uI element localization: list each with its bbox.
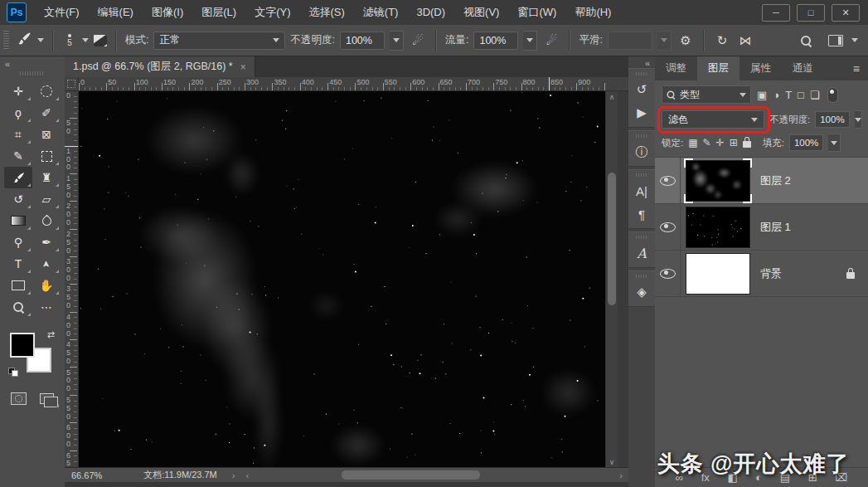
ruler-origin[interactable] bbox=[65, 77, 79, 91]
document-tab[interactable]: 1.psd @ 66.7% (图层 2, RGB/16) * × bbox=[65, 56, 255, 77]
search-icon[interactable] bbox=[800, 35, 812, 46]
eye-icon[interactable] bbox=[660, 269, 676, 279]
brush-size-picker[interactable]: 5 bbox=[62, 34, 77, 47]
airbrush-toggle-icon[interactable]: ☄ bbox=[542, 33, 560, 48]
tool-preset-brush-icon[interactable] bbox=[16, 31, 32, 50]
foreground-color-swatch[interactable] bbox=[10, 333, 35, 358]
tab-layers[interactable]: 图层 bbox=[697, 56, 739, 80]
healing-brush-tool[interactable] bbox=[32, 145, 61, 167]
menu-3d[interactable]: 3D(D) bbox=[407, 0, 454, 25]
layer-thumbnail[interactable] bbox=[686, 160, 750, 202]
hand-tool[interactable]: ✋ bbox=[32, 275, 61, 296]
eye-icon[interactable] bbox=[660, 222, 676, 232]
default-colors-icon[interactable] bbox=[8, 368, 18, 376]
blur-tool[interactable] bbox=[32, 210, 61, 231]
vertical-scroll-thumb[interactable] bbox=[608, 173, 616, 305]
layer-name[interactable]: 图层 1 bbox=[760, 220, 791, 235]
horizontal-scroll-thumb[interactable] bbox=[342, 470, 480, 480]
dodge-tool[interactable]: ⚲ bbox=[4, 231, 32, 253]
tab-channels[interactable]: 通道 bbox=[782, 56, 824, 80]
eye-icon[interactable] bbox=[660, 176, 676, 186]
minimize-button[interactable]: ─ bbox=[762, 4, 790, 22]
tab-properties[interactable]: 属性 bbox=[739, 56, 782, 80]
scroll-right-icon[interactable]: › bbox=[615, 468, 627, 482]
menu-file[interactable]: 文件(F) bbox=[35, 0, 89, 25]
lock-position-icon[interactable]: ✛ bbox=[716, 137, 725, 149]
menu-type[interactable]: 文字(Y) bbox=[245, 0, 299, 25]
marquee-tool[interactable] bbox=[32, 80, 61, 102]
menu-filter[interactable]: 滤镜(T) bbox=[354, 0, 408, 25]
scroll-left-icon[interactable]: ‹ bbox=[241, 468, 253, 482]
layer-thumbnail[interactable] bbox=[686, 253, 750, 295]
frame-tool[interactable]: ⊠ bbox=[32, 124, 61, 145]
scroll-up-icon[interactable]: ∧ bbox=[606, 91, 618, 103]
menu-layer[interactable]: 图层(L) bbox=[192, 0, 245, 25]
menu-image[interactable]: 图像(I) bbox=[143, 0, 192, 25]
filter-shape-layers-icon[interactable]: □ bbox=[798, 89, 804, 101]
filter-adjustment-layers-icon[interactable]: ◑ bbox=[773, 89, 779, 101]
horizontal-ruler[interactable]: 0501001502002503003504004505005506006507… bbox=[65, 77, 628, 91]
flow-input[interactable]: 100% bbox=[473, 32, 518, 50]
character-panel-button[interactable]: A| bbox=[628, 179, 655, 202]
info-panel-button[interactable]: ⓘ bbox=[628, 140, 655, 163]
filter-pixel-layers-icon[interactable]: ▣ bbox=[757, 89, 767, 101]
workspace-switcher-icon[interactable] bbox=[828, 35, 843, 46]
canvas[interactable] bbox=[79, 91, 605, 468]
layer-row-1[interactable]: 图层 1 bbox=[655, 204, 868, 251]
pen-tool[interactable]: ✒ bbox=[32, 231, 61, 253]
airbrush-opacity-icon[interactable]: ☄ bbox=[409, 33, 427, 48]
lock-artboard-icon[interactable]: ⊞ bbox=[730, 137, 738, 149]
flow-chevron-icon[interactable] bbox=[523, 31, 537, 51]
quick-mask-button[interactable] bbox=[4, 387, 32, 409]
layer-row-2[interactable]: 图层 2 bbox=[655, 158, 868, 204]
lasso-tool[interactable]: ϙ bbox=[4, 102, 32, 124]
filter-type-select[interactable]: 类型 bbox=[662, 85, 751, 104]
layer-name[interactable]: 背景 bbox=[760, 266, 782, 281]
expand-panels-icon[interactable]: « bbox=[645, 58, 650, 68]
tool-preset-chevron-icon[interactable] bbox=[37, 38, 44, 42]
opacity-input[interactable]: 100% bbox=[340, 32, 385, 50]
vertical-scrollbar[interactable]: ∧ ∨ bbox=[605, 91, 618, 468]
fill-chevron-icon[interactable] bbox=[828, 134, 841, 152]
menu-help[interactable]: 帮助(H) bbox=[565, 0, 620, 25]
zoom-level-field[interactable]: 66.67% bbox=[65, 470, 110, 480]
vertical-ruler[interactable]: 050100150200250300350400450500550600650 bbox=[65, 90, 79, 468]
close-button[interactable]: ✕ bbox=[832, 4, 860, 22]
swap-colors-icon[interactable]: ⇄ bbox=[47, 329, 55, 340]
3d-panel-button[interactable]: ◈ bbox=[628, 280, 655, 304]
fill-input[interactable]: 100% bbox=[789, 134, 823, 151]
visibility-cell[interactable] bbox=[655, 251, 681, 296]
layer-name[interactable]: 图层 2 bbox=[760, 173, 791, 188]
visibility-cell[interactable] bbox=[655, 204, 681, 250]
menu-window[interactable]: 窗口(W) bbox=[508, 0, 565, 25]
move-tool[interactable]: ✛ bbox=[4, 80, 32, 102]
actions-panel-button[interactable]: ▶ bbox=[628, 101, 655, 124]
menu-select[interactable]: 选择(S) bbox=[299, 0, 353, 25]
zoom-tool[interactable] bbox=[4, 296, 32, 318]
lock-transparency-icon[interactable]: ▦ bbox=[688, 137, 697, 149]
layer-opacity-chevron-icon[interactable] bbox=[855, 110, 862, 129]
paint-symmetry-icon[interactable]: ⋈ bbox=[736, 33, 754, 48]
layer-blend-mode-select[interactable]: 滤色 bbox=[662, 110, 764, 129]
blend-mode-select[interactable]: 正常 bbox=[153, 32, 285, 50]
smoothing-input[interactable] bbox=[608, 32, 652, 50]
shape-tool[interactable] bbox=[4, 275, 32, 296]
horizontal-scrollbar[interactable]: ‹ › bbox=[241, 468, 627, 482]
path-selection-tool[interactable]: ➤ bbox=[32, 253, 61, 275]
layer-thumbnail[interactable] bbox=[686, 207, 750, 248]
clone-stamp-tool[interactable]: ♜ bbox=[32, 167, 61, 188]
brush-tool[interactable] bbox=[4, 167, 32, 188]
menu-view[interactable]: 视图(V) bbox=[454, 0, 508, 25]
eyedropper-tool[interactable]: ✎ bbox=[4, 145, 32, 167]
panel-menu-icon[interactable]: ≡ bbox=[853, 62, 860, 75]
lock-pixels-icon[interactable]: ✎ bbox=[703, 137, 711, 149]
quick-selection-tool[interactable]: ✐ bbox=[32, 102, 61, 124]
menu-edit[interactable]: 编辑(E) bbox=[89, 0, 143, 25]
paragraph-panel-button[interactable]: ¶ bbox=[628, 202, 655, 226]
collapse-tools-icon[interactable]: « bbox=[5, 59, 10, 69]
workspace-chevron-icon[interactable] bbox=[851, 38, 858, 42]
tab-adjustments[interactable]: 调整 bbox=[655, 56, 697, 80]
history-panel-button[interactable]: ↺ bbox=[628, 78, 655, 101]
visibility-cell[interactable] bbox=[655, 158, 681, 203]
filter-type-layers-icon[interactable]: T bbox=[785, 89, 792, 101]
